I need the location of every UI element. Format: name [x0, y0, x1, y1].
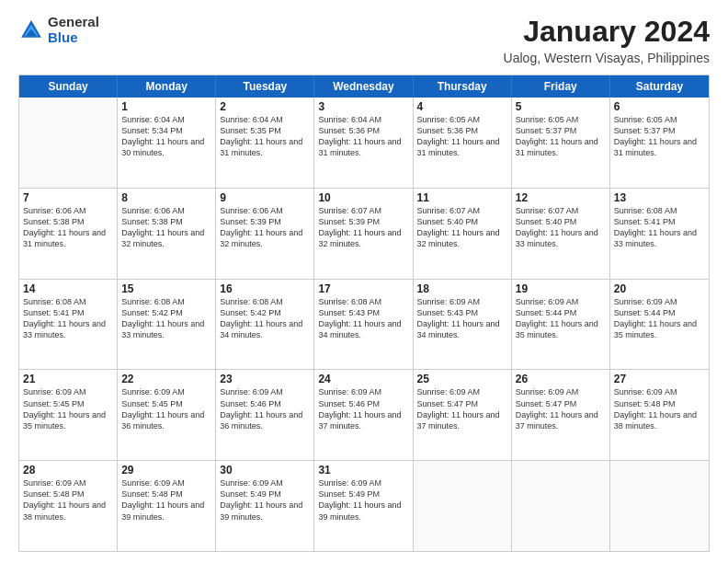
day-number: 11 [417, 191, 507, 204]
calendar-cell: 4Sunrise: 6:05 AMSunset: 5:36 PMDaylight… [414, 98, 512, 188]
header-cell-wednesday: Wednesday [314, 75, 413, 98]
calendar-cell: 25Sunrise: 6:09 AMSunset: 5:47 PMDayligh… [414, 370, 512, 460]
calendar-cell: 28Sunrise: 6:09 AMSunset: 5:48 PMDayligh… [19, 461, 118, 551]
day-number: 15 [121, 282, 211, 295]
day-number: 6 [614, 100, 705, 113]
day-number: 2 [220, 100, 310, 113]
header-cell-friday: Friday [512, 75, 610, 98]
calendar-cell: 16Sunrise: 6:08 AMSunset: 5:42 PMDayligh… [216, 280, 314, 370]
cell-info: Sunrise: 6:04 AMSunset: 5:34 PMDaylight:… [121, 114, 211, 159]
day-number: 14 [23, 282, 113, 295]
calendar: SundayMondayTuesdayWednesdayThursdayFrid… [18, 75, 710, 552]
calendar-cell: 31Sunrise: 6:09 AMSunset: 5:49 PMDayligh… [314, 461, 413, 551]
calendar-cell: 20Sunrise: 6:09 AMSunset: 5:44 PMDayligh… [610, 280, 709, 370]
calendar-cell: 11Sunrise: 6:07 AMSunset: 5:40 PMDayligh… [414, 189, 512, 279]
logo: General Blue [18, 15, 99, 45]
calendar-cell: 7Sunrise: 6:06 AMSunset: 5:38 PMDaylight… [19, 189, 118, 279]
cell-info: Sunrise: 6:09 AMSunset: 5:44 PMDaylight:… [516, 296, 606, 341]
calendar-cell: 23Sunrise: 6:09 AMSunset: 5:46 PMDayligh… [216, 370, 314, 460]
cell-info: Sunrise: 6:08 AMSunset: 5:41 PMDaylight:… [23, 296, 113, 341]
day-number: 8 [121, 191, 211, 204]
calendar-cell: 29Sunrise: 6:09 AMSunset: 5:48 PMDayligh… [118, 461, 216, 551]
cell-info: Sunrise: 6:05 AMSunset: 5:36 PMDaylight:… [417, 114, 507, 159]
calendar-cell: 19Sunrise: 6:09 AMSunset: 5:44 PMDayligh… [512, 280, 610, 370]
title-block: January 2024 Ualog, Western Visayas, Phi… [504, 15, 710, 65]
cell-info: Sunrise: 6:04 AMSunset: 5:36 PMDaylight:… [318, 114, 408, 159]
cell-info: Sunrise: 6:04 AMSunset: 5:35 PMDaylight:… [220, 114, 310, 159]
calendar-cell: 17Sunrise: 6:08 AMSunset: 5:43 PMDayligh… [314, 280, 413, 370]
logo-icon [18, 17, 44, 43]
cell-info: Sunrise: 6:08 AMSunset: 5:42 PMDaylight:… [220, 296, 310, 341]
cell-info: Sunrise: 6:07 AMSunset: 5:40 PMDaylight:… [417, 205, 507, 250]
calendar-cell: 12Sunrise: 6:07 AMSunset: 5:40 PMDayligh… [512, 189, 610, 279]
calendar-cell: 5Sunrise: 6:05 AMSunset: 5:37 PMDaylight… [512, 98, 610, 188]
calendar-cell: 9Sunrise: 6:06 AMSunset: 5:39 PMDaylight… [216, 189, 314, 279]
calendar-cell: 26Sunrise: 6:09 AMSunset: 5:47 PMDayligh… [512, 370, 610, 460]
cell-info: Sunrise: 6:05 AMSunset: 5:37 PMDaylight:… [516, 114, 606, 159]
calendar-row-2: 14Sunrise: 6:08 AMSunset: 5:41 PMDayligh… [19, 280, 709, 371]
calendar-cell: 3Sunrise: 6:04 AMSunset: 5:36 PMDaylight… [314, 98, 413, 188]
calendar-cell: 14Sunrise: 6:08 AMSunset: 5:41 PMDayligh… [19, 280, 118, 370]
calendar-cell: 15Sunrise: 6:08 AMSunset: 5:42 PMDayligh… [118, 280, 216, 370]
day-number: 21 [23, 373, 113, 385]
calendar-cell [610, 461, 709, 551]
day-number: 7 [23, 191, 113, 204]
calendar-cell [19, 98, 118, 188]
day-number: 17 [318, 282, 408, 295]
day-number: 20 [614, 282, 705, 295]
day-number: 30 [220, 464, 310, 477]
header-cell-thursday: Thursday [414, 75, 512, 98]
logo-general: General [48, 15, 99, 30]
calendar-cell: 6Sunrise: 6:05 AMSunset: 5:37 PMDaylight… [610, 98, 709, 188]
calendar-cell [512, 461, 610, 551]
calendar-cell: 27Sunrise: 6:09 AMSunset: 5:48 PMDayligh… [610, 370, 709, 460]
day-number: 31 [318, 464, 408, 477]
logo-blue: Blue [48, 30, 99, 46]
calendar-cell: 30Sunrise: 6:09 AMSunset: 5:49 PMDayligh… [216, 461, 314, 551]
cell-info: Sunrise: 6:07 AMSunset: 5:40 PMDaylight:… [516, 205, 606, 250]
calendar-cell: 24Sunrise: 6:09 AMSunset: 5:46 PMDayligh… [314, 370, 413, 460]
calendar-cell: 10Sunrise: 6:07 AMSunset: 5:39 PMDayligh… [314, 189, 413, 279]
day-number: 1 [121, 100, 211, 113]
calendar-cell: 21Sunrise: 6:09 AMSunset: 5:45 PMDayligh… [19, 370, 118, 460]
header-cell-tuesday: Tuesday [216, 75, 314, 98]
calendar-cell: 2Sunrise: 6:04 AMSunset: 5:35 PMDaylight… [216, 98, 314, 188]
cell-info: Sunrise: 6:09 AMSunset: 5:46 PMDaylight:… [318, 386, 408, 431]
day-number: 4 [417, 100, 507, 113]
calendar-cell: 8Sunrise: 6:06 AMSunset: 5:38 PMDaylight… [118, 189, 216, 279]
cell-info: Sunrise: 6:06 AMSunset: 5:38 PMDaylight:… [121, 205, 211, 250]
cell-info: Sunrise: 6:09 AMSunset: 5:49 PMDaylight:… [318, 477, 408, 523]
header-cell-monday: Monday [118, 75, 216, 98]
calendar-body: 1Sunrise: 6:04 AMSunset: 5:34 PMDaylight… [19, 98, 709, 551]
cell-info: Sunrise: 6:05 AMSunset: 5:37 PMDaylight:… [614, 114, 705, 159]
cell-info: Sunrise: 6:09 AMSunset: 5:45 PMDaylight:… [23, 386, 113, 431]
cell-info: Sunrise: 6:09 AMSunset: 5:45 PMDaylight:… [121, 386, 211, 431]
cell-info: Sunrise: 6:09 AMSunset: 5:48 PMDaylight:… [614, 386, 705, 431]
calendar-cell: 1Sunrise: 6:04 AMSunset: 5:34 PMDaylight… [118, 98, 216, 188]
calendar-cell [414, 461, 512, 551]
day-number: 23 [220, 373, 310, 385]
day-number: 29 [121, 464, 211, 477]
cell-info: Sunrise: 6:06 AMSunset: 5:38 PMDaylight:… [23, 205, 113, 250]
day-number: 10 [318, 191, 408, 204]
calendar-header-row: SundayMondayTuesdayWednesdayThursdayFrid… [19, 75, 709, 98]
cell-info: Sunrise: 6:09 AMSunset: 5:43 PMDaylight:… [417, 296, 507, 341]
cell-info: Sunrise: 6:08 AMSunset: 5:43 PMDaylight:… [318, 296, 408, 341]
calendar-row-0: 1Sunrise: 6:04 AMSunset: 5:34 PMDaylight… [19, 98, 709, 189]
day-number: 16 [220, 282, 310, 295]
cell-info: Sunrise: 6:09 AMSunset: 5:46 PMDaylight:… [220, 386, 310, 431]
day-number: 5 [516, 100, 606, 113]
page: General Blue January 2024 Ualog, Western… [0, 0, 728, 563]
day-number: 18 [417, 282, 507, 295]
cell-info: Sunrise: 6:09 AMSunset: 5:44 PMDaylight:… [614, 296, 705, 341]
calendar-title: January 2024 [504, 15, 710, 49]
calendar-row-4: 28Sunrise: 6:09 AMSunset: 5:48 PMDayligh… [19, 461, 709, 551]
cell-info: Sunrise: 6:07 AMSunset: 5:39 PMDaylight:… [318, 205, 408, 250]
day-number: 12 [516, 191, 606, 204]
day-number: 28 [23, 464, 113, 477]
cell-info: Sunrise: 6:09 AMSunset: 5:47 PMDaylight:… [516, 386, 606, 431]
header-cell-saturday: Saturday [610, 75, 709, 98]
cell-info: Sunrise: 6:09 AMSunset: 5:48 PMDaylight:… [121, 477, 211, 523]
header-cell-sunday: Sunday [19, 75, 118, 98]
calendar-row-3: 21Sunrise: 6:09 AMSunset: 5:45 PMDayligh… [19, 370, 709, 461]
